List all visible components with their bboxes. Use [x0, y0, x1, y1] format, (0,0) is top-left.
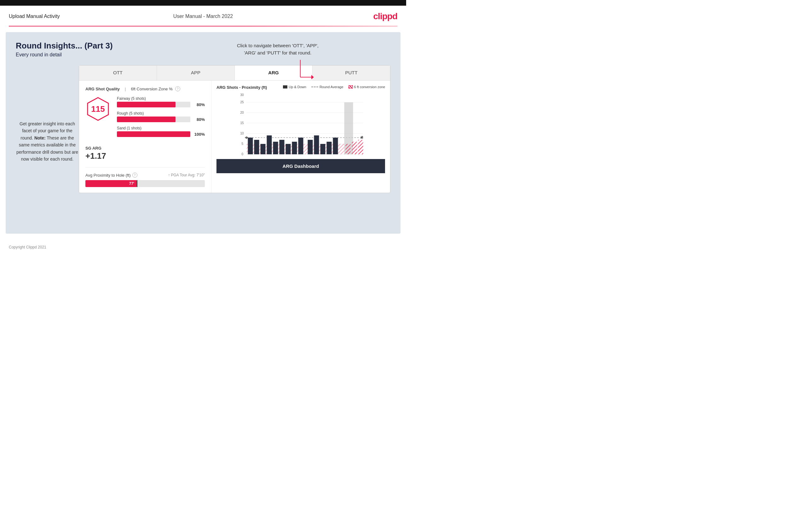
bar-row-sand: Sand (1 shots) 100%	[117, 126, 205, 137]
sg-value: +1.17	[85, 151, 205, 161]
svg-rect-39	[352, 142, 357, 154]
chart-header: ARG Shots - Proximity (ft) Up & Down Rou…	[216, 85, 385, 90]
proximity-section: Avg Proximity to Hole (ft) ? ↑ PGA Tour …	[85, 167, 205, 187]
bar-track-fairway	[117, 102, 190, 107]
bar-row-fairway: Fairway (5 shots) 80%	[117, 96, 205, 107]
svg-rect-40	[358, 140, 363, 154]
sg-section: SG ARG +1.17	[85, 146, 205, 161]
chart-area: 0 5 10 15 20 25 30	[216, 93, 385, 159]
main-content: Round Insights... (Part 3) Every round i…	[6, 32, 401, 234]
title-section: Round Insights... (Part 3) Every round i…	[16, 41, 391, 58]
proximity-header: Avg Proximity to Hole (ft) ? ↑ PGA Tour …	[85, 173, 205, 178]
conversion-label: 6ft Conversion Zone %	[131, 87, 172, 91]
bar-fill-sand	[117, 131, 190, 137]
sg-label: SG ARG	[85, 146, 205, 151]
svg-text:10: 10	[241, 132, 244, 135]
legend-hatch	[349, 86, 353, 89]
manual-label: User Manual - March 2022	[173, 13, 233, 19]
hexagon-badge: 115	[85, 96, 111, 122]
svg-rect-34	[314, 135, 319, 154]
header-divider	[9, 26, 397, 26]
header: Upload Manual Activity User Manual - Mar…	[0, 6, 406, 26]
shot-bars: Fairway (5 shots) 80% Rough (5 shots)	[117, 96, 205, 141]
left-panel: ARG Shot Quality | 6ft Conversion Zone %…	[79, 80, 211, 193]
svg-rect-27	[267, 135, 272, 154]
legend-up-down: Up & Down	[283, 85, 306, 89]
proximity-bar-track: 77'	[85, 180, 205, 187]
top-bar	[0, 0, 406, 6]
right-panel: ARG Shots - Proximity (ft) Up & Down Rou…	[211, 80, 390, 193]
arg-dashboard-button[interactable]: ARG Dashboard	[216, 159, 385, 173]
bar-label-rough: Rough (5 shots)	[117, 111, 205, 116]
svg-rect-33	[308, 140, 313, 154]
cursor-line	[137, 180, 137, 187]
page-title: Round Insights... (Part 3)	[16, 41, 391, 51]
svg-rect-35	[320, 144, 325, 154]
svg-text:5: 5	[242, 142, 244, 146]
bar-pct-sand: 100%	[193, 132, 205, 137]
svg-text:25: 25	[241, 101, 244, 104]
bar-pct-rough: 80%	[193, 117, 205, 122]
svg-rect-25	[254, 140, 259, 154]
bar-label-sand: Sand (1 shots)	[117, 126, 205, 130]
tab-putt[interactable]: PUTT	[313, 65, 390, 80]
chart-svg: 0 5 10 15 20 25 30	[216, 93, 385, 159]
svg-rect-32	[298, 137, 303, 154]
hex-container: 115 Fairway (5 shots) 80%	[85, 96, 205, 141]
svg-marker-2	[311, 75, 314, 79]
bar-pct-fairway: 80%	[193, 102, 205, 107]
section-header: ARG Shot Quality | 6ft Conversion Zone %…	[85, 86, 205, 91]
pga-label: ↑ PGA Tour Avg: 7'10"	[168, 173, 205, 177]
svg-text:20: 20	[241, 111, 244, 114]
svg-text:0: 0	[242, 153, 244, 156]
card-body: ARG Shot Quality | 6ft Conversion Zone %…	[79, 80, 390, 193]
nav-hint: Click to navigate between 'OTT', 'APP', …	[237, 42, 318, 56]
legend-round-avg: Round Average	[311, 85, 344, 89]
bar-track-sand	[117, 131, 190, 137]
svg-rect-24	[248, 137, 253, 154]
bar-label-fairway: Fairway (5 shots)	[117, 96, 205, 101]
svg-text:8: 8	[361, 135, 363, 139]
chart-title: ARG Shots - Proximity (ft)	[216, 85, 267, 90]
svg-rect-37	[333, 137, 338, 154]
proximity-label: Avg Proximity to Hole (ft) ?	[85, 173, 137, 178]
svg-rect-36	[327, 142, 332, 154]
bar-fill-fairway	[117, 102, 175, 107]
upload-label[interactable]: Upload Manual Activity	[9, 13, 60, 19]
svg-text:30: 30	[241, 93, 244, 97]
footer: Copyright Clippd 2021	[0, 239, 406, 255]
svg-rect-38	[346, 144, 351, 154]
svg-rect-28	[273, 142, 278, 154]
svg-rect-31	[292, 142, 297, 154]
card-area: OTT APP ARG PUTT ARG Shot Quality | 6ft …	[79, 65, 391, 193]
proximity-value: 77'	[129, 181, 134, 186]
legend-dash	[311, 87, 318, 87]
legend-box-updown	[283, 86, 287, 89]
bar-row-rough: Rough (5 shots) 80%	[117, 111, 205, 122]
bar-fill-rough	[117, 116, 175, 122]
logo: clippd	[373, 11, 397, 21]
hex-value: 115	[91, 104, 105, 114]
proximity-bar-fill: 77'	[85, 180, 137, 187]
page-subtitle: Every round in detail	[16, 52, 391, 58]
shot-quality-label: ARG Shot Quality	[85, 87, 120, 91]
help-icon[interactable]: ?	[175, 86, 180, 91]
svg-rect-29	[280, 140, 285, 154]
legend-conversion-zone: 6 ft conversion zone	[349, 85, 385, 89]
chart-legend: Up & Down Round Average 6 ft conversion …	[283, 85, 385, 89]
copyright: Copyright Clippd 2021	[9, 245, 46, 249]
bar-track-rough	[117, 116, 190, 122]
note-label: Note:	[34, 135, 46, 140]
tab-app[interactable]: APP	[157, 65, 235, 80]
proximity-help-icon[interactable]: ?	[132, 173, 137, 178]
svg-rect-30	[286, 144, 291, 154]
left-info: Get greater insight into each facet of y…	[16, 120, 79, 163]
svg-text:15: 15	[241, 121, 244, 125]
tab-ott[interactable]: OTT	[79, 65, 157, 80]
tabs: OTT APP ARG PUTT	[79, 65, 390, 80]
svg-rect-26	[261, 144, 266, 154]
